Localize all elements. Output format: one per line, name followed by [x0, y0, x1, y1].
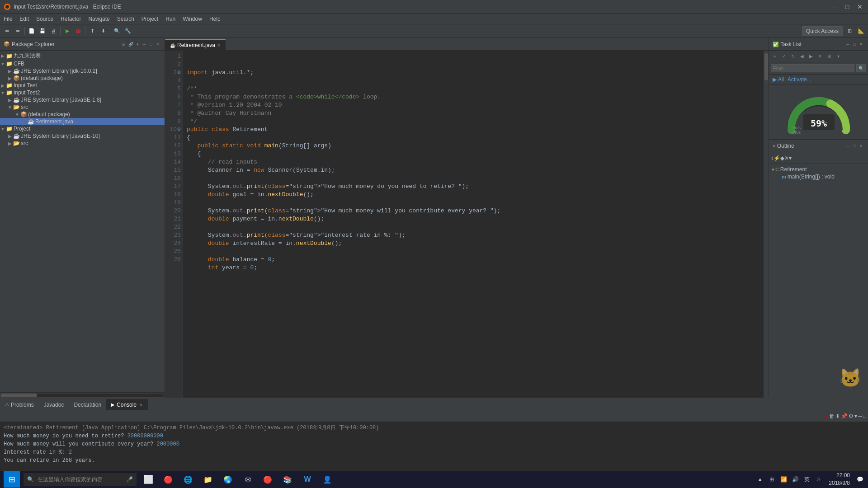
tray-tablet[interactable]: ⊞ [767, 475, 776, 484]
editor-scroll-thumb[interactable] [764, 53, 768, 80]
tray-sougou[interactable]: S [814, 475, 823, 484]
tray-ime[interactable]: 英 [802, 475, 811, 484]
clock-display[interactable]: 22:00 2018/9/8 [829, 472, 850, 487]
task-view-btn[interactable]: ⬜ [140, 471, 156, 488]
menu-item-file[interactable]: File [0, 14, 16, 24]
taskbar-eclipse[interactable]: 🔴 [160, 471, 176, 488]
task-toolbar-btn5[interactable]: ▶ [807, 52, 815, 61]
quick-access-box[interactable]: Quick Access [802, 26, 843, 36]
tree-item-10[interactable]: ▼ 📁 Project [0, 125, 165, 132]
toolbar-btn-6[interactable]: ⬇ [98, 26, 108, 36]
task-close-btn[interactable]: ✕ [858, 41, 864, 47]
toolbar-btn-2[interactable]: ➡ [13, 26, 23, 36]
tree-item-5[interactable]: ▼ 📁 Input Test2 [0, 89, 165, 96]
outline-item-method[interactable]: m main(String[]) : void [771, 173, 866, 180]
perspective-btn2[interactable]: 📐 [856, 26, 866, 36]
toolbar-btn-5[interactable]: ⬆ [87, 26, 97, 36]
console-pin-btn[interactable]: 📌 [841, 413, 848, 419]
tree-item-3[interactable]: ▶ 📦 (default package) [0, 75, 165, 82]
tree-item-7[interactable]: ▼ 📂 src [0, 103, 165, 111]
outline-minimize-btn[interactable]: ─ [844, 143, 851, 149]
tree-item-11[interactable]: ▶ ☕ JRE System Library [JavaSE-10] [0, 132, 165, 140]
taskbar-app4[interactable]: 🌏 [220, 471, 236, 488]
tree-item-1[interactable]: ▼ 📁 CFB [0, 60, 165, 67]
task-toolbar-btn6[interactable]: ✕ [816, 52, 824, 61]
tree-item-8[interactable]: ▼ 📦 (default package) [0, 111, 165, 118]
console-scroll-btn[interactable]: ⬇ [835, 413, 840, 419]
menu-item-run[interactable]: Run [162, 14, 179, 24]
outline-filter-btn[interactable]: ⚡ [774, 155, 780, 161]
taskbar-app5[interactable]: ✉ [240, 471, 256, 488]
tab-console[interactable]: ▶ Console ✕ [106, 399, 148, 410]
menu-item-help[interactable]: Help [206, 14, 224, 24]
outline-btn3[interactable]: ◆ [780, 155, 784, 161]
editor-tab-retirement[interactable]: ☕ Retirement.java ✕ [165, 39, 226, 50]
collapse-all-btn[interactable]: ⊟ [121, 41, 127, 47]
menu-item-navigate[interactable]: Navigate [85, 14, 113, 24]
tab-problems[interactable]: ⚠ Problems [0, 399, 39, 410]
taskbar-explorer[interactable]: 📁 [200, 471, 216, 488]
task-toolbar-btn4[interactable]: ◀ [798, 52, 806, 61]
toolbar-btn-8[interactable]: 🔧 [123, 26, 133, 36]
tray-arrow[interactable]: ▲ [755, 475, 764, 484]
task-all-link[interactable]: ▶ All [773, 76, 784, 83]
tree-item-0[interactable]: ▶ 📁 九九乘法表 [0, 52, 165, 60]
menu-item-edit[interactable]: Edit [16, 14, 33, 24]
console-clear-btn[interactable]: 🗑 [829, 413, 835, 419]
show-desktop-btn[interactable]: 💬 [855, 475, 864, 484]
console-settings-btn[interactable]: ⚙ [849, 413, 854, 419]
task-activate-link[interactable]: Activate... [788, 76, 811, 83]
maximize-button[interactable]: □ [843, 2, 852, 11]
toolbar-btn-print[interactable]: 🖨 [48, 26, 58, 36]
tab-declaration[interactable]: Declaration [69, 399, 106, 410]
start-button[interactable]: ⊞ [4, 471, 20, 488]
console-min-btn[interactable]: ─ [858, 413, 862, 419]
tray-sound[interactable]: 🔊 [791, 475, 800, 484]
task-toolbar-btn3[interactable]: ↻ [789, 52, 797, 61]
minimize-button[interactable]: ─ [830, 2, 839, 11]
scroll-thumb[interactable] [1, 394, 37, 397]
task-maximize-btn[interactable]: □ [851, 41, 858, 47]
toolbar-btn-7[interactable]: 🔍 [112, 26, 122, 36]
task-toolbar-btn8[interactable]: ▾ [834, 52, 842, 61]
perspective-btn[interactable]: ⊞ [844, 26, 854, 36]
task-toolbar-btn2[interactable]: ✓ [780, 52, 788, 61]
toolbar-btn-save[interactable]: 💾 [38, 26, 47, 36]
tree-item-9[interactable]: ☕ Retirement.java [0, 118, 165, 125]
menu-item-refactor[interactable]: Refactor [57, 14, 85, 24]
find-input[interactable] [771, 64, 854, 72]
toolbar-btn-1[interactable]: ⬅ [2, 26, 12, 36]
left-panel-scrollbar[interactable] [0, 392, 165, 398]
taskbar-app9[interactable]: 👤 [319, 471, 335, 488]
taskbar-app7[interactable]: 📚 [279, 471, 296, 488]
tree-item-6[interactable]: ▶ ☕ JRE System Library [JavaSE-1.8] [0, 96, 165, 103]
tray-network[interactable]: 📶 [779, 475, 788, 484]
menu-item-window[interactable]: Window [179, 14, 206, 24]
maximize-panel-btn[interactable]: □ [148, 41, 154, 47]
console-terminate-btn[interactable]: ■ [825, 413, 828, 419]
menu-item-search[interactable]: Search [113, 14, 138, 24]
tree-item-12[interactable]: ▶ 📂 src [0, 140, 165, 147]
outline-btn4[interactable]: ✕ [784, 155, 789, 161]
outline-maximize-btn[interactable]: □ [851, 143, 858, 149]
task-toolbar-btn7[interactable]: ⊞ [825, 52, 833, 61]
tree-item-4[interactable]: ▶ 📁 Input Test [0, 82, 165, 89]
taskbar-app6[interactable]: 🔴 [259, 471, 276, 488]
close-panel-btn[interactable]: ✕ [155, 41, 161, 47]
console-max-btn[interactable]: □ [863, 413, 866, 419]
toolbar-btn-debug[interactable]: 🐞 [73, 26, 83, 36]
toolbar-btn-run[interactable]: ▶ [62, 26, 72, 36]
editor-vertical-scrollbar[interactable] [763, 51, 769, 398]
menu-item-source[interactable]: Source [33, 14, 57, 24]
outline-btn5[interactable]: ▾ [789, 155, 792, 161]
task-toolbar-btn1[interactable]: + [771, 52, 779, 61]
link-editor-btn[interactable]: 🔗 [127, 41, 134, 47]
toolbar-btn-new[interactable]: 📄 [27, 26, 37, 36]
tab-close-btn[interactable]: ✕ [217, 43, 221, 48]
taskbar-edge[interactable]: 🌐 [180, 471, 196, 488]
code-editor[interactable]: import java.util.*; /** * This program d… [183, 51, 763, 398]
find-button[interactable]: 🔍 [856, 64, 866, 72]
tree-item-2[interactable]: ▶ ☕ JRE System Library [jdk-10.0.2] [0, 67, 165, 75]
console-menu-btn[interactable]: ▾ [854, 413, 857, 419]
search-box[interactable]: 🔍 在这里输入你要搜索的内容 🎤 [24, 473, 137, 486]
